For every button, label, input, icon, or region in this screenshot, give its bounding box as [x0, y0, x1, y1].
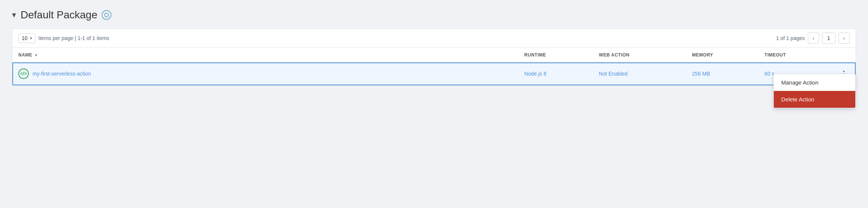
context-menu: Manage Action Delete Action: [773, 74, 856, 108]
current-page-box[interactable]: 1: [822, 33, 835, 44]
actions-table: NAME ▾ RUNTIME WEB ACTION MEMORY TIMEOUT…: [12, 48, 856, 85]
page-title: Default Package: [21, 9, 97, 21]
cell-runtime: Node.js 8: [518, 62, 593, 85]
memory-link[interactable]: 256 MB: [692, 71, 710, 77]
col-header-actions: [832, 48, 856, 62]
page-header: ▾ Default Package: [12, 9, 856, 21]
table-container: 10 ▾ Items per page | 1-1 of 1 items 1 o…: [12, 28, 856, 86]
table-header: NAME ▾ RUNTIME WEB ACTION MEMORY TIMEOUT: [12, 48, 856, 62]
table-body: </> my-first-serverless-action Node.js 8…: [12, 62, 856, 85]
col-header-web-action: WEB ACTION: [593, 48, 686, 62]
pagination-bar: 10 ▾ Items per page | 1-1 of 1 items 1 o…: [12, 29, 856, 48]
timeout-link[interactable]: 60 s: [764, 71, 774, 77]
delete-action-item[interactable]: Delete Action: [774, 91, 855, 108]
next-page-button[interactable]: ›: [838, 33, 850, 44]
per-page-value: 10: [22, 35, 28, 41]
cell-web-action: Not Enabled: [593, 62, 686, 85]
action-type-icon: </>: [18, 68, 29, 79]
collapse-chevron[interactable]: ▾: [12, 10, 16, 20]
runtime-link[interactable]: Node.js 8: [524, 71, 547, 77]
package-name-text: Default Package: [21, 9, 97, 21]
web-action-link[interactable]: Not Enabled: [599, 71, 628, 77]
col-header-timeout: TIMEOUT: [758, 48, 832, 62]
pagination-info: Items per page | 1-1 of 1 items: [39, 35, 110, 41]
per-page-dropdown-arrow: ▾: [30, 36, 32, 41]
per-page-select[interactable]: 10 ▾: [18, 33, 36, 43]
name-sort-icon: ▾: [35, 53, 37, 57]
settings-icon[interactable]: [102, 10, 111, 20]
table-row: </> my-first-serverless-action Node.js 8…: [12, 62, 856, 85]
col-header-runtime: RUNTIME: [518, 48, 593, 62]
cell-memory: 256 MB: [686, 62, 758, 85]
pagination-right: 1 of 1 pages ‹ 1 ›: [776, 33, 850, 44]
cell-more: ⋮ Manage Action Delete Action: [832, 62, 856, 85]
manage-action-item[interactable]: Manage Action: [774, 74, 855, 91]
action-name-link[interactable]: my-first-serverless-action: [33, 71, 91, 77]
prev-page-button[interactable]: ‹: [808, 33, 819, 44]
col-header-name[interactable]: NAME ▾: [12, 48, 518, 62]
pages-info-text: 1 of 1 pages: [776, 35, 805, 41]
col-header-memory: MEMORY: [686, 48, 758, 62]
cell-name: </> my-first-serverless-action: [12, 62, 518, 85]
